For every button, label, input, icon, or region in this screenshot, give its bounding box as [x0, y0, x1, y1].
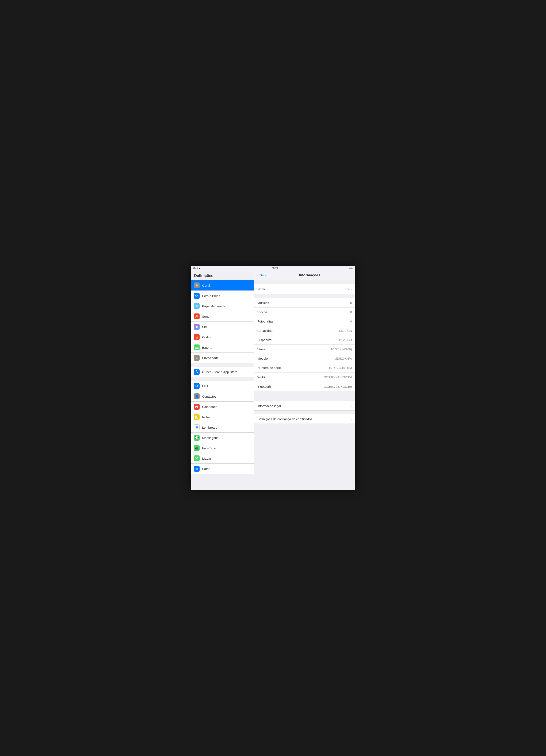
wifi-label: Wi-Fi	[257, 375, 265, 379]
legal-label: Informação legal	[257, 404, 281, 408]
fotografias-row: Fotografias 0	[254, 317, 355, 326]
sidebar-item-notas[interactable]: 📝 Notas	[191, 412, 254, 422]
dot-separator: ·	[254, 391, 355, 397]
sidebar-item-sons[interactable]: 🔔 Sons	[191, 311, 254, 322]
geral-icon: ⚙	[194, 282, 200, 288]
calendario-icon: 📅	[194, 404, 200, 410]
bluetooth-value: 3C:E0:72:D7:3D:B5	[324, 385, 352, 388]
sidebar-item-safari[interactable]: ◎ Safari	[191, 464, 254, 474]
legal-row[interactable]: Informação legal ›	[254, 401, 355, 410]
mensagens-label: Mensagens	[202, 436, 219, 440]
sidebar-item-privacidade[interactable]: ✋ Privacidade	[191, 353, 254, 363]
nome-section: Nome iPad ›	[254, 284, 355, 294]
certificados-section: Definições de confiança de certificados …	[254, 414, 355, 424]
wifi-value: 3C:E0:72:D7:3D:B4	[324, 375, 352, 379]
bateria-label: Bateria	[202, 346, 212, 349]
disponivel-row: Disponível 12,28 GB	[254, 335, 355, 345]
serie-row: Número de série DMRJVCB8F183	[254, 363, 355, 373]
nome-row[interactable]: Nome iPad ›	[254, 284, 355, 294]
sidebar-item-facetime[interactable]: 📹 FaceTime	[191, 443, 254, 453]
ipad-frame: iPad ✦ 00:21 4% Definições ⚙ Geral AA Ec…	[191, 266, 355, 490]
sidebar-item-codigo[interactable]: 🔒 Código	[191, 332, 254, 342]
sons-icon: 🔔	[194, 313, 200, 319]
sons-label: Sons	[202, 315, 209, 318]
sidebar-item-mensagens[interactable]: 💬 Mensagens	[191, 433, 254, 443]
serie-label: Número de série	[257, 366, 281, 370]
contactos-label: Contactos	[202, 395, 216, 398]
sidebar-item-itunes[interactable]: A iTunes Store e App Store	[191, 367, 254, 377]
back-chevron-icon: ‹	[257, 273, 259, 277]
videos-label: Vídeos	[257, 310, 267, 314]
calendario-label: Calendário	[202, 405, 218, 409]
versao-row: Versão 10.3.3 (14G60)	[254, 345, 355, 354]
right-panel: ‹ Geral Informações Nome iPad › Músicas	[254, 271, 355, 490]
codigo-icon: 🔒	[194, 334, 200, 340]
sidebar-item-siri[interactable]: ◉ Siri	[191, 322, 254, 332]
back-button[interactable]: ‹ Geral	[257, 273, 267, 277]
sidebar-item-lembretes[interactable]: ☰ Lembretes	[191, 422, 254, 433]
certificados-row[interactable]: Definições de confiança de certificados …	[254, 414, 355, 424]
legal-section: Informação legal ›	[254, 401, 355, 411]
musicas-value: 0	[350, 301, 352, 305]
legal-chevron-icon: ›	[351, 404, 352, 408]
disponivel-value: 12,28 GB	[339, 338, 352, 342]
siri-icon: ◉	[194, 324, 200, 330]
status-left: iPad ✦	[193, 267, 200, 270]
sidebar-item-geral[interactable]: ⚙ Geral	[191, 280, 254, 291]
mensagens-icon: 💬	[194, 435, 200, 441]
main-container: Definições ⚙ Geral AA Ecrã e Brilho ❄ Pa…	[191, 271, 355, 490]
modelo-value: MD510KN/A	[334, 357, 352, 360]
sidebar-item-bateria[interactable]: ▬ Bateria	[191, 342, 254, 353]
versao-label: Versão	[257, 347, 267, 351]
capacidade-label: Capacidade	[257, 329, 274, 332]
serie-value: DMRJVCB8F183	[328, 366, 352, 370]
contactos-icon: 👤	[194, 393, 200, 399]
musicas-row: Músicas 0	[254, 298, 355, 308]
lembretes-icon: ☰	[194, 424, 200, 430]
certificados-chevron-icon: ›	[351, 417, 352, 421]
notas-label: Notas	[202, 415, 210, 419]
nome-chevron-icon: ›	[351, 287, 352, 291]
sidebar-item-papel[interactable]: ❄ Papel de parede	[191, 301, 254, 311]
notas-icon: 📝	[194, 414, 200, 420]
sidebar-item-mail[interactable]: ✉ Mail	[191, 381, 254, 391]
safari-label: Safari	[202, 467, 210, 471]
bateria-icon: ▬	[194, 344, 200, 350]
videos-row: Vídeos 0	[254, 308, 355, 317]
mapas-icon: 🗺	[194, 455, 200, 461]
facetime-icon: 📹	[194, 445, 200, 451]
videos-value: 0	[350, 310, 352, 314]
ecra-icon: AA	[194, 293, 200, 299]
stats-section: Músicas 0 Vídeos 0 Fotografias 0 Capacid…	[254, 298, 355, 391]
facetime-label: FaceTime	[202, 446, 216, 450]
ecra-label: Ecrã e Brilho	[202, 294, 220, 298]
mail-icon: ✉	[194, 383, 200, 389]
papel-icon: ❄	[194, 303, 200, 309]
itunes-label: iTunes Store e App Store	[202, 370, 237, 374]
page-title: Informações	[267, 273, 352, 277]
nome-label: Nome	[257, 287, 266, 291]
geral-label: Geral	[202, 284, 210, 287]
musicas-label: Músicas	[257, 301, 269, 305]
siri-label: Siri	[202, 325, 207, 329]
privacidade-icon: ✋	[194, 355, 200, 361]
sidebar-item-contactos[interactable]: 👤 Contactos	[191, 391, 254, 402]
back-label: Geral	[259, 273, 267, 277]
sidebar-item-ecra[interactable]: AA Ecrã e Brilho	[191, 291, 254, 301]
wifi-row: Wi-Fi 3C:E0:72:D7:3D:B4	[254, 373, 355, 382]
privacidade-label: Privacidade	[202, 356, 219, 360]
certificados-label: Definições de confiança de certificados	[257, 417, 312, 421]
status-right: 4%	[349, 267, 353, 270]
fotografias-label: Fotografias	[257, 320, 273, 323]
disponivel-label: Disponível	[257, 338, 272, 342]
modelo-label: Modelo	[257, 357, 268, 360]
itunes-icon: A	[194, 369, 200, 375]
safari-icon: ◎	[194, 466, 200, 472]
bluetooth-row: Bluetooth 3C:E0:72:D7:3D:B5	[254, 382, 355, 391]
papel-label: Papel de parede	[202, 304, 225, 308]
sidebar-item-calendario[interactable]: 📅 Calendário	[191, 402, 254, 412]
nome-value: iPad ›	[344, 287, 352, 291]
sidebar-item-mapas[interactable]: 🗺 Mapas	[191, 453, 254, 464]
mapas-label: Mapas	[202, 457, 212, 460]
battery-level: 4%	[349, 267, 353, 270]
